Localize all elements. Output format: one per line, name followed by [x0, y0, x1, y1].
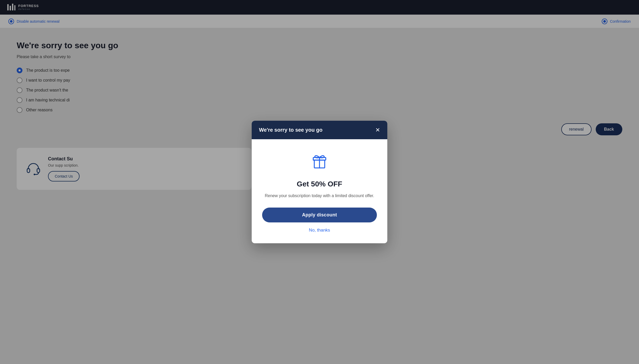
gift-icon — [309, 152, 330, 173]
modal: We're sorry to see you go ✕ Get 50% OFF … — [252, 121, 387, 243]
no-thanks-button[interactable]: No, thanks — [309, 228, 330, 233]
modal-offer-desc: Renew your subscription today with a lim… — [262, 192, 377, 199]
modal-overlay: We're sorry to see you go ✕ Get 50% OFF … — [0, 0, 639, 364]
modal-close-button[interactable]: ✕ — [375, 127, 380, 133]
modal-title: We're sorry to see you go — [259, 127, 322, 133]
modal-offer-title: Get 50% OFF — [262, 180, 377, 188]
modal-body: Get 50% OFF Renew your subscription toda… — [252, 139, 387, 243]
apply-discount-button[interactable]: Apply discount — [262, 208, 377, 222]
modal-header: We're sorry to see you go ✕ — [252, 121, 387, 139]
